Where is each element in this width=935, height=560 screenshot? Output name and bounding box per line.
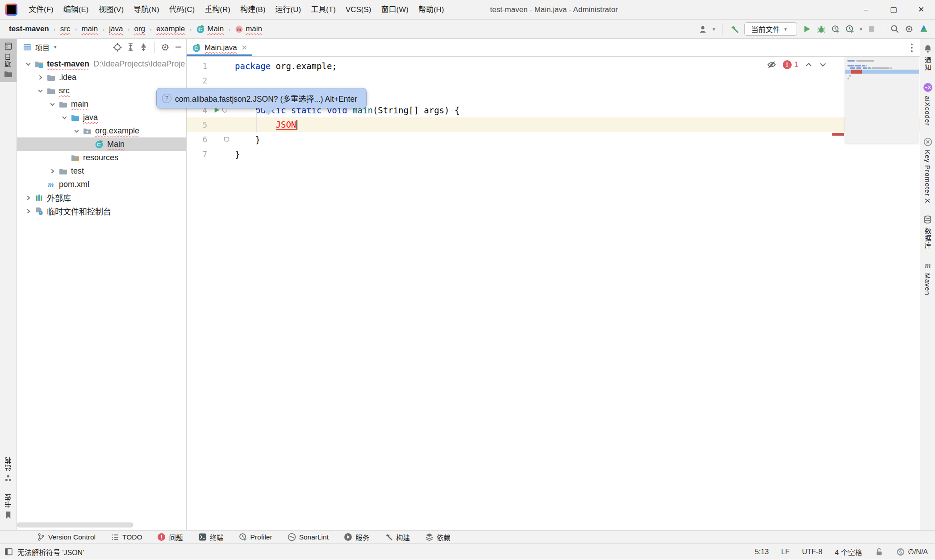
breadcrumb-item-main[interactable]: main	[81, 25, 98, 33]
tab-main-java[interactable]: C Main.java ✕	[187, 39, 252, 56]
breadcrumb-item-src[interactable]: src	[60, 25, 71, 33]
menu-item-4[interactable]: 代码(C)	[164, 0, 200, 19]
tree-chevron-down-icon[interactable]	[59, 114, 69, 121]
tree-item-test-maven[interactable]: test-mavenD:\IdeaProjects\IdeaProje	[17, 57, 186, 71]
locate-file-icon[interactable]	[113, 43, 122, 52]
menu-item-5[interactable]: 重构(R)	[200, 0, 235, 19]
fold-marker-icon[interactable]	[213, 132, 232, 147]
menu-item-6[interactable]: 构建(B)	[235, 0, 271, 19]
menu-item-7[interactable]: 运行(U)	[271, 0, 306, 19]
chevron-down-icon[interactable]: ▾	[54, 44, 57, 50]
tree-item-.idea[interactable]: .idea	[17, 71, 186, 84]
menu-item-11[interactable]: 帮助(H)	[413, 0, 449, 19]
unlocked-padlock-icon[interactable]	[875, 548, 884, 556]
tree-item-Main[interactable]: CMain	[17, 137, 186, 151]
tree-item-test[interactable]: test	[17, 164, 186, 178]
tree-item-resources[interactable]: resources	[17, 151, 186, 164]
coverage-button-icon[interactable]	[845, 25, 854, 33]
menu-item-9[interactable]: VCS(S)	[341, 0, 376, 19]
bottom-tab-SonarLint[interactable]: SonarLint	[280, 531, 336, 543]
indent-setting[interactable]: 4 个空格	[835, 547, 862, 557]
bottom-tab-问题[interactable]: 问题	[150, 531, 190, 543]
line-ending[interactable]: LF	[781, 548, 790, 556]
tab-options-menu[interactable]	[910, 39, 920, 56]
menu-item-8[interactable]: 工具(T)	[306, 0, 341, 19]
search-everywhere-icon[interactable]	[890, 25, 899, 33]
profiler-button-icon[interactable]	[831, 25, 840, 33]
settings-gear-icon[interactable]	[905, 25, 914, 33]
sidebar-item-Maven[interactable]: mMaven	[923, 261, 932, 295]
bottom-tab-终端[interactable]: 终端	[191, 531, 231, 543]
tree-chevron-right-icon[interactable]	[23, 208, 33, 215]
run-button-icon[interactable]	[802, 25, 811, 33]
breadcrumb-item-Main[interactable]: CMain	[196, 25, 224, 33]
sidebar-item-aiXcoder[interactable]: ⌁XaiXcoder	[923, 83, 933, 126]
sidebar-item-Key Promoter X[interactable]: Key Promoter X	[923, 137, 932, 203]
sidebar-item-通知[interactable]: 通知	[923, 44, 932, 71]
maximize-button[interactable]: ▢	[880, 0, 907, 19]
breadcrumb-item-main[interactable]: mmain	[235, 25, 262, 33]
hide-panel-icon[interactable]	[174, 43, 183, 51]
tree-chevron-down-icon[interactable]	[23, 61, 33, 67]
code-minimap[interactable]	[845, 57, 919, 143]
panel-settings-gear-icon[interactable]	[161, 43, 170, 52]
horizontal-scrollbar[interactable]	[17, 523, 133, 527]
sidebar-item-bookmarks[interactable]: 书签	[4, 490, 13, 524]
sidebar-item-structure[interactable]: 结构	[4, 453, 13, 486]
bottom-tab-TODO[interactable]: TODO	[103, 531, 150, 543]
code-line-7[interactable]: 7}	[187, 147, 920, 162]
bottom-tab-Profiler[interactable]: Profiler	[231, 531, 280, 543]
bottom-tab-依赖[interactable]: 依赖	[417, 531, 458, 543]
tree-item-临时文件和控制台[interactable]: 临时文件和控制台	[17, 204, 186, 218]
breadcrumb-item-java[interactable]: java	[109, 25, 123, 33]
tree-chevron-right-icon[interactable]	[23, 195, 33, 201]
close-button[interactable]: ✕	[907, 0, 935, 19]
project-panel-title[interactable]: 项目	[35, 42, 50, 53]
run-configuration-select[interactable]: 当前文件 ▾	[744, 22, 797, 36]
tree-item-org.example[interactable]: org.example	[17, 124, 186, 137]
vcs-user-icon[interactable]	[698, 25, 707, 33]
breadcrumb-item-org[interactable]: org	[134, 25, 145, 33]
caret-position[interactable]: 5:13	[755, 548, 768, 556]
tree-chevron-right-icon[interactable]	[47, 168, 57, 174]
menu-item-2[interactable]: 视图(V)	[93, 0, 129, 19]
import-suggestion-tooltip[interactable]: ? com.alibaba.fastjson2.JSON? (多重选择...) …	[156, 88, 367, 108]
vcs-dropdown-icon[interactable]: ▾	[713, 26, 715, 32]
debug-button-icon[interactable]	[817, 25, 826, 33]
code-line-2[interactable]: 2	[187, 73, 920, 88]
bottom-tab-构建[interactable]: 构建	[377, 531, 417, 543]
sidebar-item-project[interactable]: 项目	[0, 39, 17, 82]
menu-item-10[interactable]: 窗口(W)	[376, 0, 413, 19]
file-encoding[interactable]: UTF-8	[802, 548, 822, 556]
tree-chevron-right-icon[interactable]	[35, 74, 45, 81]
minimize-button[interactable]: –	[852, 0, 880, 19]
code-line-5[interactable]: 5 JSON	[187, 117, 920, 132]
tree-chevron-down-icon[interactable]	[35, 87, 45, 94]
menu-item-3[interactable]: 导航(N)	[129, 0, 164, 19]
code-line-6[interactable]: 6 }	[187, 132, 920, 147]
tree-chevron-down-icon[interactable]	[71, 128, 81, 134]
menu-item-1[interactable]: 编辑(E)	[58, 0, 94, 19]
tool-window-toggle-icon[interactable]	[4, 548, 13, 556]
breadcrumb-item-test-maven[interactable]: test-maven	[9, 25, 49, 33]
highlight-level[interactable]: ∅/N/A	[896, 548, 928, 556]
previous-error-chevron-up-icon[interactable]	[805, 61, 813, 68]
code-editor[interactable]: 1package org.example;23public class Main…	[187, 57, 920, 530]
coverage-dropdown-icon[interactable]: ▾	[860, 26, 862, 32]
error-badge-icon[interactable]: !	[783, 60, 792, 69]
expand-all-icon[interactable]	[126, 43, 135, 52]
highlighting-eye-off-icon[interactable]	[767, 60, 776, 69]
tree-item-外部库[interactable]: 外部库	[17, 191, 186, 204]
next-error-chevron-down-icon[interactable]	[819, 61, 827, 68]
plugin-logo-icon[interactable]	[919, 24, 929, 34]
tree-chevron-down-icon[interactable]	[47, 101, 57, 108]
tree-item-pom.xml[interactable]: mpom.xml	[17, 178, 186, 191]
collapse-all-icon[interactable]	[139, 43, 148, 52]
tab-close-icon[interactable]: ✕	[242, 44, 247, 52]
menu-item-0[interactable]: 文件(F)	[24, 0, 58, 19]
sidebar-item-数据库[interactable]: 数据库	[923, 215, 932, 249]
bottom-tab-服务[interactable]: 服务	[336, 531, 377, 543]
bottom-tab-Version Control[interactable]: Version Control	[29, 531, 103, 543]
build-hammer-icon[interactable]	[730, 25, 739, 34]
tree-item-java[interactable]: java	[17, 111, 186, 124]
